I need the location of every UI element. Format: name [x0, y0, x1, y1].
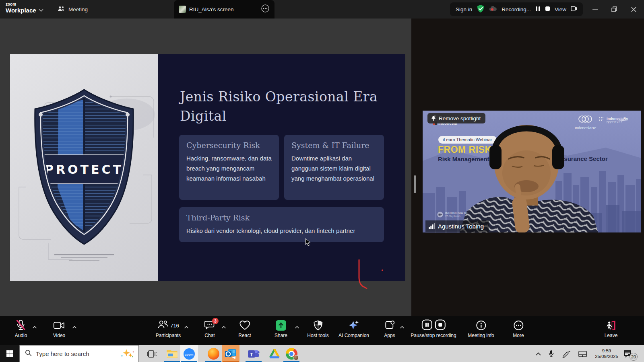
- taskbar-clock[interactable]: 9:59 25/09/2025: [593, 348, 620, 359]
- clock-time: 9:59: [593, 348, 620, 354]
- taskbar-chrome[interactable]: [283, 345, 300, 362]
- apps-label: Apps: [384, 333, 395, 338]
- video-button[interactable]: Video: [53, 316, 65, 338]
- tray-pen-icon[interactable]: [560, 345, 572, 362]
- share-label: Share: [275, 333, 287, 338]
- svg-text:T: T: [250, 352, 253, 357]
- recording-status-label: Recording...: [502, 6, 531, 12]
- audio-label: Audio: [15, 333, 27, 338]
- close-button[interactable]: [624, 0, 643, 19]
- chat-button[interactable]: 3 Chat: [204, 316, 215, 338]
- taskbar-file-explorer[interactable]: [163, 345, 181, 362]
- more-options-icon[interactable]: [261, 4, 270, 14]
- apps-options-chevron[interactable]: [400, 323, 405, 330]
- participants-options-chevron[interactable]: [184, 323, 189, 330]
- taskbar-outlook[interactable]: [222, 345, 239, 362]
- risk-card-third-party: Third-Party Risk Risiko dari vendor tekn…: [179, 207, 384, 242]
- pause-recording-button[interactable]: [421, 319, 432, 332]
- meeting-info-label: Meeting info: [468, 333, 494, 338]
- task-view-icon: [147, 350, 157, 358]
- leave-button[interactable]: Leave: [605, 316, 618, 338]
- minimize-button[interactable]: [585, 0, 605, 19]
- meeting-content-area: PROTECT Jenis Risiko O: [0, 19, 644, 316]
- shield-check-icon[interactable]: [477, 4, 485, 14]
- card-title: System & IT Failure: [291, 141, 377, 150]
- zoom-app-icon: zoom: [183, 348, 195, 360]
- restore-button[interactable]: [605, 0, 624, 19]
- outlook-icon: [225, 348, 237, 360]
- more-button[interactable]: More: [513, 316, 524, 338]
- react-button[interactable]: React: [238, 316, 251, 338]
- tab-meeting[interactable]: Meeting: [52, 0, 93, 19]
- taskbar-zoom[interactable]: zoom: [180, 345, 198, 362]
- ai-companion-label: AI Companion: [339, 333, 369, 338]
- spotlight-video-tile[interactable]: iLearn Thematic Webinar FROM RISK T Risk…: [423, 111, 641, 232]
- titlebar-controls: Sign in Recording... View: [450, 2, 583, 16]
- watermark-line1: INDONESIA RE: [445, 211, 469, 215]
- sign-in-button[interactable]: Sign in: [456, 6, 472, 12]
- view-button[interactable]: View: [555, 6, 566, 12]
- participants-count: 716: [170, 323, 179, 329]
- start-button[interactable]: [0, 345, 19, 362]
- tab-shared-screen-label: RIU_Alsa's screen: [189, 6, 258, 12]
- bing-sparkle-icon: [121, 348, 134, 360]
- heart-icon: [238, 319, 251, 332]
- audio-options-chevron[interactable]: [33, 323, 37, 330]
- stop-recording-button[interactable]: [435, 319, 446, 332]
- titlebar: zoom Workplace Meeting RIU_Alsa's screen…: [0, 0, 644, 19]
- taskbar-search[interactable]: [19, 345, 139, 362]
- microphone-muted-icon: [15, 319, 27, 332]
- share-options-chevron[interactable]: [295, 323, 299, 330]
- chrome-icon: [286, 348, 297, 360]
- stop-recording-icon[interactable]: [545, 6, 550, 12]
- presentation-slide: PROTECT Jenis Risiko O: [10, 54, 405, 281]
- react-label: React: [238, 333, 251, 338]
- slide-content-panel: Jenis Risiko Operasional Era Digital Cyb…: [158, 54, 405, 281]
- chevron-down-icon[interactable]: [39, 6, 43, 14]
- search-input[interactable]: [36, 350, 104, 357]
- slide-illustration-panel: PROTECT: [10, 54, 158, 281]
- video-label: Video: [53, 333, 65, 338]
- profile-avatar: [293, 355, 299, 360]
- host-tools-button[interactable]: Host tools: [307, 316, 328, 338]
- firefox-icon: [208, 348, 219, 360]
- participant-name: Agustinus Tobing: [438, 223, 484, 230]
- participants-label: Participants: [156, 333, 181, 338]
- view-layout-icon[interactable]: [571, 6, 577, 13]
- shared-screen-region: PROTECT Jenis Risiko O: [0, 19, 411, 316]
- svg-text:zoom: zoom: [185, 352, 194, 356]
- taskbar-firefox[interactable]: [204, 345, 222, 362]
- meeting-info-button[interactable]: Meeting info: [468, 316, 494, 338]
- pause-recording-icon[interactable]: [535, 6, 541, 13]
- card-title: Cybersecurity Risk: [186, 141, 272, 150]
- taskbar-teams[interactable]: T: [245, 345, 262, 362]
- apps-button[interactable]: Apps: [384, 316, 395, 338]
- tray-touchpad-icon[interactable]: [576, 345, 588, 362]
- zoom-workplace-window: zoom Workplace Meeting RIU_Alsa's screen…: [0, 0, 644, 362]
- tab-shared-screen[interactable]: RIU_Alsa's screen: [174, 0, 275, 19]
- leave-icon: [605, 319, 618, 332]
- remove-spotlight-button[interactable]: Remove spotlight: [427, 113, 485, 123]
- host-tools-label: Host tools: [307, 333, 328, 338]
- audio-button[interactable]: Audio: [15, 316, 27, 338]
- watermark-line2: 25 Septemb: [445, 215, 469, 218]
- shield-protect-text: PROTECT: [45, 162, 124, 177]
- ai-companion-button[interactable]: AI Companion: [339, 316, 369, 338]
- card-title: Third-Party Risk: [186, 213, 377, 222]
- tray-chevron-up[interactable]: [532, 345, 544, 362]
- meeting-toolbar: Audio Video: [0, 316, 644, 345]
- scrollbar-thumb[interactable]: [414, 175, 416, 193]
- task-view-button[interactable]: [143, 345, 161, 362]
- participants-icon: [157, 320, 168, 331]
- card-body: Risiko dari vendor teknologi, cloud prov…: [186, 226, 377, 236]
- share-button[interactable]: Share: [275, 316, 287, 338]
- participants-button[interactable]: 716 Participants: [156, 316, 181, 338]
- tray-microphone-icon[interactable]: [545, 345, 557, 362]
- ellipsis-icon: [513, 319, 524, 332]
- share-screen-icon: [275, 319, 287, 332]
- chat-options-chevron[interactable]: [222, 323, 226, 330]
- taskbar-google-drive[interactable]: [266, 345, 283, 362]
- audio-level-icon: [429, 223, 435, 229]
- windows-taskbar: zoom T: [0, 345, 644, 362]
- video-options-chevron[interactable]: [72, 323, 77, 330]
